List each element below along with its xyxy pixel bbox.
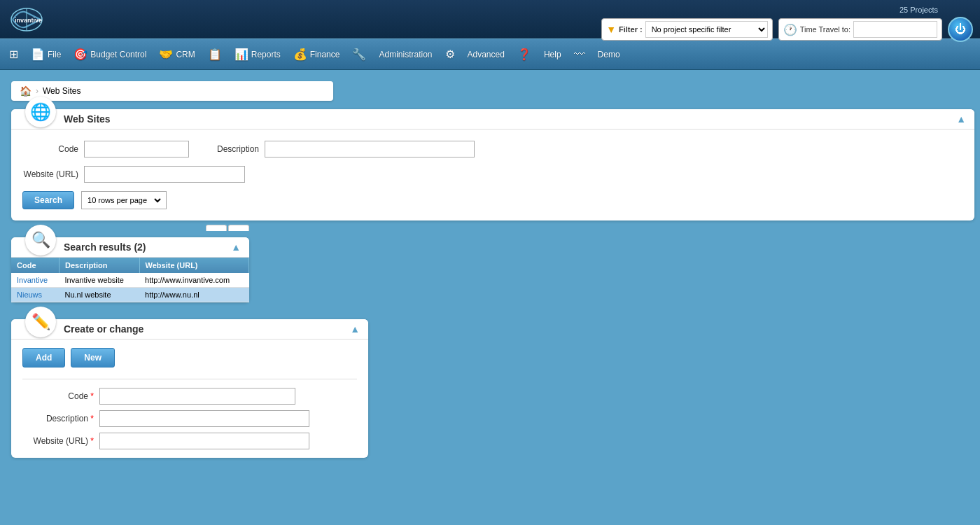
nav-finance-label: Finance — [310, 50, 340, 59]
search-button[interactable]: Search — [22, 191, 74, 209]
clock-icon: 🕐 — [783, 23, 797, 36]
file-icon: 📄 — [31, 48, 45, 61]
nav-crm[interactable]: 🤝 CRM — [153, 42, 200, 67]
nav-administration-label: Administration — [379, 50, 432, 59]
nav-help-label: Help — [544, 50, 561, 59]
create-code-label: Code * — [22, 391, 99, 401]
search-panel: Web Sites ▲ Code Description Websi — [11, 109, 974, 220]
search-collapse-btn[interactable]: ▲ — [956, 113, 966, 125]
nav-projects[interactable]: 📋 — [202, 42, 227, 67]
budget-icon: 🎯 — [74, 48, 88, 61]
power-button[interactable]: ⏻ — [948, 17, 973, 42]
nav-reports-label: Reports — [251, 50, 281, 59]
nav-tools[interactable]: 🔧 — [346, 42, 372, 67]
home-nav-icon: ⊞ — [9, 48, 18, 61]
website-label: Website (URL) — [22, 169, 78, 179]
results-section-title: Search results (2) — [64, 241, 146, 253]
filter-icon: ▼ — [606, 24, 616, 35]
nav-demo-label: Demo — [598, 50, 620, 59]
create-description-label: Description * — [22, 414, 99, 424]
table-row[interactable]: Invantive Invantive website http://www.i… — [11, 273, 249, 288]
new-button[interactable]: New — [71, 348, 115, 368]
code-label: Code — [22, 144, 78, 154]
breadcrumb-page-title: Web Sites — [43, 86, 80, 96]
time-travel-box: 🕐 Time Travel to: — [778, 18, 942, 41]
create-section-icon: ✏️ — [25, 307, 56, 337]
filter-select[interactable]: No project specific filter — [645, 21, 768, 38]
results-collapse-btn[interactable]: ▲ — [231, 241, 241, 253]
nav-advanced-label: Advanced — [468, 50, 505, 59]
time-travel-label: Time Travel to: — [800, 25, 850, 34]
nav-reports[interactable]: 📊 Reports — [229, 42, 286, 67]
col-header-description: Description — [59, 258, 140, 273]
row1-url: http://www.invantive.com — [139, 273, 248, 288]
create-section-title: Create or change — [64, 323, 144, 335]
results-tab2[interactable] — [228, 225, 249, 231]
nav-advanced[interactable]: Advanced — [462, 42, 510, 67]
description-label: Description — [203, 144, 259, 154]
description-input[interactable] — [265, 141, 475, 158]
nav-administration[interactable]: Administration — [373, 42, 438, 67]
row1-description: Invantive website — [59, 273, 140, 288]
rows-select[interactable]: 10 rows per page 25 rows per page 50 row… — [85, 195, 163, 205]
search-section-title: Web Sites — [64, 113, 111, 125]
home-icon: 🏠 — [20, 85, 31, 97]
results-table: Code Description Website (URL) Invantive… — [11, 258, 249, 302]
breadcrumb: 🏠 › Web Sites — [11, 81, 333, 101]
time-travel-input[interactable] — [853, 21, 937, 38]
nav-crm-label: CRM — [176, 50, 195, 59]
form-divider — [22, 379, 357, 379]
create-website-input[interactable] — [99, 433, 309, 449]
col-header-url: Website (URL) — [139, 258, 248, 273]
nav-budget[interactable]: 🎯 Budget Control — [68, 42, 152, 67]
create-description-input[interactable] — [99, 410, 309, 427]
nav-file-label: File — [48, 50, 61, 59]
crm-icon: 🤝 — [159, 48, 173, 61]
search-section-icon: 🌐 — [25, 97, 56, 127]
row1-code[interactable]: Invantive — [17, 276, 48, 284]
create-website-label: Website (URL) * — [22, 436, 99, 446]
nav-home[interactable]: ⊞ — [4, 42, 24, 67]
create-panel: Create or change ▲ Add New Code * — [11, 319, 368, 458]
projects-count-label: 25 Projects — [899, 6, 938, 14]
results-table-container: Code Description Website (URL) Invantive… — [11, 258, 249, 302]
row2-description: Nu.nl website — [59, 288, 140, 302]
svg-text:invantive: invantive — [15, 17, 42, 24]
logo: invantive — [7, 4, 46, 35]
results-tab1[interactable] — [206, 225, 227, 231]
nav-budget-label: Budget Control — [90, 50, 146, 59]
tools-icon: 🔧 — [352, 48, 366, 61]
row2-code[interactable]: Nieuws — [17, 290, 42, 299]
add-button[interactable]: Add — [22, 348, 65, 368]
filter-label: Filter : — [619, 25, 643, 34]
create-collapse-btn[interactable]: ▲ — [350, 323, 360, 335]
col-header-code: Code — [11, 258, 59, 273]
reports-icon: 📊 — [234, 48, 248, 61]
nav-wave[interactable]: 〰 — [568, 42, 591, 67]
rows-per-page-selector[interactable]: 10 rows per page 25 rows per page 50 row… — [81, 191, 167, 209]
website-input[interactable] — [84, 166, 245, 183]
advanced-gear-icon: ⚙ — [445, 48, 455, 61]
create-code-input[interactable] — [99, 388, 295, 405]
wave-icon: 〰 — [574, 48, 585, 61]
code-input[interactable] — [84, 141, 189, 158]
projects-icon: 📋 — [208, 48, 222, 61]
nav-advanced-icon[interactable]: ⚙ — [440, 42, 461, 67]
nav-help-icon[interactable]: ❓ — [512, 42, 537, 67]
results-section-icon: 🔍 — [25, 225, 56, 255]
nav-finance[interactable]: 💰 Finance — [288, 42, 346, 67]
table-row[interactable]: Nieuws Nu.nl website http://www.nu.nl — [11, 288, 249, 302]
breadcrumb-separator: › — [36, 86, 38, 96]
filter-box: ▼ Filter : No project specific filter — [601, 18, 772, 41]
nav-help[interactable]: Help — [538, 42, 567, 67]
row2-url: http://www.nu.nl — [139, 288, 248, 302]
nav-bar: ⊞ 📄 File 🎯 Budget Control 🤝 CRM 📋 📊 Repo… — [0, 38, 980, 70]
nav-demo[interactable]: Demo — [592, 42, 626, 67]
finance-icon: 💰 — [293, 48, 307, 61]
nav-file[interactable]: 📄 File — [25, 42, 66, 67]
help-icon: ❓ — [517, 48, 531, 61]
